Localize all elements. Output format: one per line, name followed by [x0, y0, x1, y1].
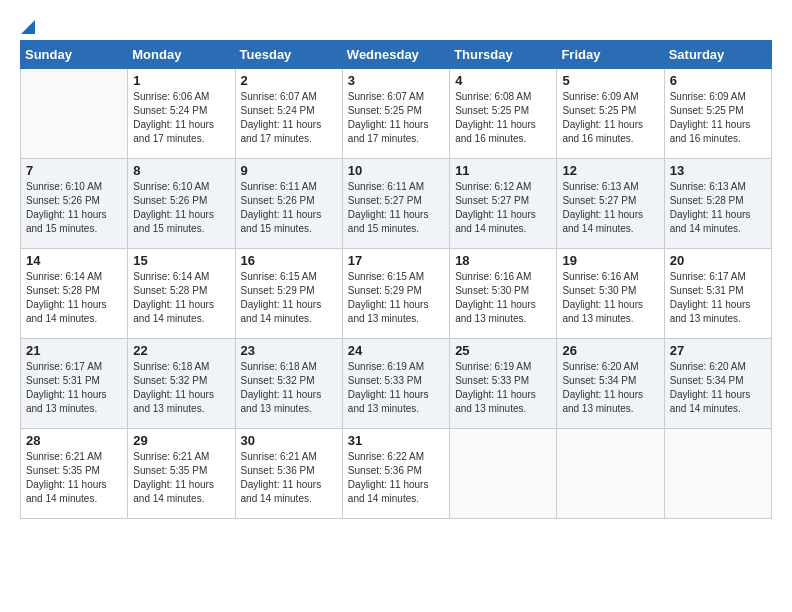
svg-marker-0: [21, 20, 35, 34]
calendar-cell: 27Sunrise: 6:20 AMSunset: 5:34 PMDayligh…: [664, 339, 771, 429]
day-number: 19: [562, 253, 658, 268]
calendar-cell: 13Sunrise: 6:13 AMSunset: 5:28 PMDayligh…: [664, 159, 771, 249]
day-number: 14: [26, 253, 122, 268]
day-number: 20: [670, 253, 766, 268]
day-info: Sunrise: 6:15 AMSunset: 5:29 PMDaylight:…: [241, 270, 337, 326]
calendar-week-5: 28Sunrise: 6:21 AMSunset: 5:35 PMDayligh…: [21, 429, 772, 519]
day-info: Sunrise: 6:12 AMSunset: 5:27 PMDaylight:…: [455, 180, 551, 236]
calendar-cell: 17Sunrise: 6:15 AMSunset: 5:29 PMDayligh…: [342, 249, 449, 339]
calendar-cell: 30Sunrise: 6:21 AMSunset: 5:36 PMDayligh…: [235, 429, 342, 519]
calendar-cell: [664, 429, 771, 519]
day-number: 4: [455, 73, 551, 88]
logo-icon: [21, 20, 35, 34]
calendar-cell: 22Sunrise: 6:18 AMSunset: 5:32 PMDayligh…: [128, 339, 235, 429]
day-info: Sunrise: 6:20 AMSunset: 5:34 PMDaylight:…: [670, 360, 766, 416]
day-number: 24: [348, 343, 444, 358]
day-number: 16: [241, 253, 337, 268]
calendar-cell: 2Sunrise: 6:07 AMSunset: 5:24 PMDaylight…: [235, 69, 342, 159]
day-number: 17: [348, 253, 444, 268]
calendar-table: SundayMondayTuesdayWednesdayThursdayFrid…: [20, 40, 772, 519]
calendar-cell: 28Sunrise: 6:21 AMSunset: 5:35 PMDayligh…: [21, 429, 128, 519]
calendar-cell: 19Sunrise: 6:16 AMSunset: 5:30 PMDayligh…: [557, 249, 664, 339]
calendar-cell: 8Sunrise: 6:10 AMSunset: 5:26 PMDaylight…: [128, 159, 235, 249]
day-info: Sunrise: 6:14 AMSunset: 5:28 PMDaylight:…: [133, 270, 229, 326]
calendar-header-row: SundayMondayTuesdayWednesdayThursdayFrid…: [21, 41, 772, 69]
day-number: 8: [133, 163, 229, 178]
day-number: 1: [133, 73, 229, 88]
calendar-cell: 25Sunrise: 6:19 AMSunset: 5:33 PMDayligh…: [450, 339, 557, 429]
day-info: Sunrise: 6:10 AMSunset: 5:26 PMDaylight:…: [133, 180, 229, 236]
day-number: 23: [241, 343, 337, 358]
day-header-saturday: Saturday: [664, 41, 771, 69]
calendar-week-2: 7Sunrise: 6:10 AMSunset: 5:26 PMDaylight…: [21, 159, 772, 249]
day-number: 7: [26, 163, 122, 178]
day-number: 29: [133, 433, 229, 448]
day-info: Sunrise: 6:07 AMSunset: 5:25 PMDaylight:…: [348, 90, 444, 146]
day-number: 10: [348, 163, 444, 178]
day-info: Sunrise: 6:07 AMSunset: 5:24 PMDaylight:…: [241, 90, 337, 146]
day-number: 30: [241, 433, 337, 448]
day-info: Sunrise: 6:15 AMSunset: 5:29 PMDaylight:…: [348, 270, 444, 326]
day-info: Sunrise: 6:13 AMSunset: 5:28 PMDaylight:…: [670, 180, 766, 236]
day-number: 26: [562, 343, 658, 358]
calendar-cell: 29Sunrise: 6:21 AMSunset: 5:35 PMDayligh…: [128, 429, 235, 519]
calendar-cell: 23Sunrise: 6:18 AMSunset: 5:32 PMDayligh…: [235, 339, 342, 429]
day-number: 27: [670, 343, 766, 358]
day-number: 6: [670, 73, 766, 88]
day-info: Sunrise: 6:14 AMSunset: 5:28 PMDaylight:…: [26, 270, 122, 326]
day-info: Sunrise: 6:16 AMSunset: 5:30 PMDaylight:…: [562, 270, 658, 326]
calendar-cell: [557, 429, 664, 519]
day-number: 2: [241, 73, 337, 88]
day-number: 11: [455, 163, 551, 178]
day-number: 13: [670, 163, 766, 178]
day-header-sunday: Sunday: [21, 41, 128, 69]
day-info: Sunrise: 6:11 AMSunset: 5:27 PMDaylight:…: [348, 180, 444, 236]
day-info: Sunrise: 6:16 AMSunset: 5:30 PMDaylight:…: [455, 270, 551, 326]
day-info: Sunrise: 6:19 AMSunset: 5:33 PMDaylight:…: [455, 360, 551, 416]
calendar-cell: 5Sunrise: 6:09 AMSunset: 5:25 PMDaylight…: [557, 69, 664, 159]
calendar-cell: [450, 429, 557, 519]
calendar-cell: 6Sunrise: 6:09 AMSunset: 5:25 PMDaylight…: [664, 69, 771, 159]
calendar-cell: 12Sunrise: 6:13 AMSunset: 5:27 PMDayligh…: [557, 159, 664, 249]
day-info: Sunrise: 6:21 AMSunset: 5:36 PMDaylight:…: [241, 450, 337, 506]
day-header-monday: Monday: [128, 41, 235, 69]
logo: [20, 20, 36, 30]
day-info: Sunrise: 6:11 AMSunset: 5:26 PMDaylight:…: [241, 180, 337, 236]
calendar-cell: 26Sunrise: 6:20 AMSunset: 5:34 PMDayligh…: [557, 339, 664, 429]
day-header-thursday: Thursday: [450, 41, 557, 69]
calendar-cell: 3Sunrise: 6:07 AMSunset: 5:25 PMDaylight…: [342, 69, 449, 159]
day-info: Sunrise: 6:22 AMSunset: 5:36 PMDaylight:…: [348, 450, 444, 506]
calendar-cell: 15Sunrise: 6:14 AMSunset: 5:28 PMDayligh…: [128, 249, 235, 339]
day-info: Sunrise: 6:09 AMSunset: 5:25 PMDaylight:…: [562, 90, 658, 146]
day-number: 21: [26, 343, 122, 358]
calendar-cell: 21Sunrise: 6:17 AMSunset: 5:31 PMDayligh…: [21, 339, 128, 429]
day-header-wednesday: Wednesday: [342, 41, 449, 69]
day-info: Sunrise: 6:09 AMSunset: 5:25 PMDaylight:…: [670, 90, 766, 146]
day-number: 22: [133, 343, 229, 358]
day-info: Sunrise: 6:10 AMSunset: 5:26 PMDaylight:…: [26, 180, 122, 236]
day-number: 25: [455, 343, 551, 358]
calendar-cell: 16Sunrise: 6:15 AMSunset: 5:29 PMDayligh…: [235, 249, 342, 339]
calendar-week-3: 14Sunrise: 6:14 AMSunset: 5:28 PMDayligh…: [21, 249, 772, 339]
day-number: 12: [562, 163, 658, 178]
calendar-week-1: 1Sunrise: 6:06 AMSunset: 5:24 PMDaylight…: [21, 69, 772, 159]
day-number: 9: [241, 163, 337, 178]
calendar-cell: 7Sunrise: 6:10 AMSunset: 5:26 PMDaylight…: [21, 159, 128, 249]
calendar-cell: 14Sunrise: 6:14 AMSunset: 5:28 PMDayligh…: [21, 249, 128, 339]
day-info: Sunrise: 6:19 AMSunset: 5:33 PMDaylight:…: [348, 360, 444, 416]
calendar-cell: [21, 69, 128, 159]
day-number: 28: [26, 433, 122, 448]
day-info: Sunrise: 6:06 AMSunset: 5:24 PMDaylight:…: [133, 90, 229, 146]
day-number: 5: [562, 73, 658, 88]
day-info: Sunrise: 6:08 AMSunset: 5:25 PMDaylight:…: [455, 90, 551, 146]
calendar-cell: 9Sunrise: 6:11 AMSunset: 5:26 PMDaylight…: [235, 159, 342, 249]
calendar-cell: 31Sunrise: 6:22 AMSunset: 5:36 PMDayligh…: [342, 429, 449, 519]
day-info: Sunrise: 6:18 AMSunset: 5:32 PMDaylight:…: [133, 360, 229, 416]
day-number: 18: [455, 253, 551, 268]
day-info: Sunrise: 6:17 AMSunset: 5:31 PMDaylight:…: [26, 360, 122, 416]
day-header-friday: Friday: [557, 41, 664, 69]
calendar-cell: 18Sunrise: 6:16 AMSunset: 5:30 PMDayligh…: [450, 249, 557, 339]
calendar-cell: 24Sunrise: 6:19 AMSunset: 5:33 PMDayligh…: [342, 339, 449, 429]
calendar-cell: 20Sunrise: 6:17 AMSunset: 5:31 PMDayligh…: [664, 249, 771, 339]
calendar-cell: 4Sunrise: 6:08 AMSunset: 5:25 PMDaylight…: [450, 69, 557, 159]
